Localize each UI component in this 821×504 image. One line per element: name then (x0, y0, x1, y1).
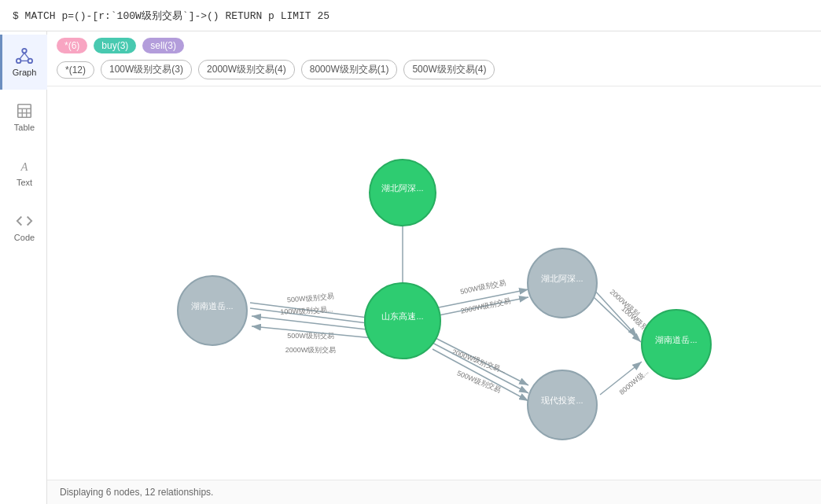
filter-rel-100w[interactable]: 100W级别交易(3) (101, 60, 192, 79)
svg-line-3 (20, 53, 24, 59)
svg-rect-6 (18, 105, 31, 118)
content-area: *(6) buy(3) sell(3) *(12) 100W级别交易(3) 20… (47, 31, 821, 504)
main-area: Graph Table A Text Code (0, 31, 821, 504)
filter-rel-500w[interactable]: 500W级别交易(4) (403, 60, 495, 79)
edge-label-100w-1: 100W级别交易... (280, 305, 333, 315)
edge-label-500w-1: 500W级别交易 (287, 292, 334, 304)
svg-text:湖北阿深...: 湖北阿深... (541, 274, 583, 283)
filter-rel-8000w[interactable]: 8000W级别交易(1) (301, 60, 398, 79)
svg-point-2 (28, 59, 33, 64)
query-text: $ MATCH p=()-[r:`100W级别交易`]->() RETURN p… (13, 9, 330, 23)
node-xiandai[interactable]: 现代投资... (528, 370, 597, 440)
sidebar-item-text[interactable]: A Text (0, 145, 47, 200)
graph-svg: 500W级别交易 100W级别交易... 500W级别交易 2000W级别交易 … (47, 86, 821, 480)
filter-buy[interactable]: buy(3) (94, 38, 136, 53)
svg-point-24 (528, 370, 597, 440)
sidebar-item-graph[interactable]: Graph (0, 35, 47, 90)
svg-point-18 (365, 283, 440, 359)
svg-point-1 (17, 59, 21, 64)
node-hunan-left[interactable]: 湖南道岳... (178, 276, 247, 345)
sidebar-item-code[interactable]: Code (0, 200, 47, 255)
edge-label-500w-3: 500W级别交易 (456, 369, 503, 394)
svg-point-0 (22, 49, 27, 53)
svg-text:A: A (20, 160, 28, 173)
svg-text:湖北阿深...: 湖北阿深... (381, 183, 423, 193)
svg-point-14 (370, 160, 436, 226)
node-shandong[interactable]: 山东高速... (365, 283, 440, 359)
table-icon (16, 102, 33, 120)
svg-point-22 (642, 310, 711, 379)
svg-text:山东高速...: 山东高速... (381, 311, 423, 321)
node-hunan-right[interactable]: 湖南道岳... (642, 310, 711, 379)
graph-canvas: 500W级别交易 100W级别交易... 500W级别交易 2000W级别交易 … (47, 86, 821, 480)
status-text: Displaying 6 nodes, 12 relationships. (60, 487, 213, 498)
svg-point-16 (178, 276, 247, 345)
sidebar-label-text: Text (17, 178, 32, 187)
sidebar-label-table: Table (14, 123, 35, 132)
svg-line-4 (24, 53, 29, 59)
edge-label-500w-2: 500W级别交易 (459, 278, 506, 296)
filter-all-rels[interactable]: *(12) (57, 61, 94, 79)
filter-all-nodes[interactable]: *(6) (57, 38, 87, 53)
node-hubei-right[interactable]: 湖北阿深... (528, 248, 597, 318)
text-icon: A (16, 157, 33, 175)
svg-point-20 (528, 248, 597, 318)
graph-icon (16, 47, 33, 64)
sidebar-label-code: Code (14, 233, 35, 242)
sidebar-label-graph: Graph (13, 68, 37, 77)
code-icon (16, 212, 33, 230)
edge-label-2000w-back: 2000W级别交易 (285, 346, 337, 354)
filter-rel-2000w[interactable]: 2000W级别交易(4) (198, 60, 295, 79)
edge-label-8000w: 8000W级... (618, 367, 650, 396)
filter-bar: *(6) buy(3) sell(3) *(12) 100W级别交易(3) 20… (47, 31, 821, 86)
edge-label-500w-back: 500W级别交易 (287, 332, 334, 340)
status-bar: Displaying 6 nodes, 12 relationships. (47, 480, 821, 504)
svg-text:现代投资...: 现代投资... (541, 395, 583, 405)
sidebar: Graph Table A Text Code (0, 31, 47, 504)
filter-row-1: *(6) buy(3) sell(3) (57, 38, 812, 53)
query-bar: $ MATCH p=()-[r:`100W级别交易`]->() RETURN p… (0, 0, 821, 31)
svg-text:湖南道岳...: 湖南道岳... (655, 335, 697, 344)
node-hubei-top[interactable]: 湖北阿深... (370, 160, 436, 226)
svg-text:湖南道岳...: 湖南道岳... (191, 301, 233, 311)
edge-label-2000w-2: 2000W级别交易 (460, 296, 511, 315)
filter-row-2: *(12) 100W级别交易(3) 2000W级别交易(4) 8000W级别交易… (57, 60, 812, 79)
filter-sell[interactable]: sell(3) (142, 38, 184, 53)
sidebar-item-table[interactable]: Table (0, 90, 47, 145)
